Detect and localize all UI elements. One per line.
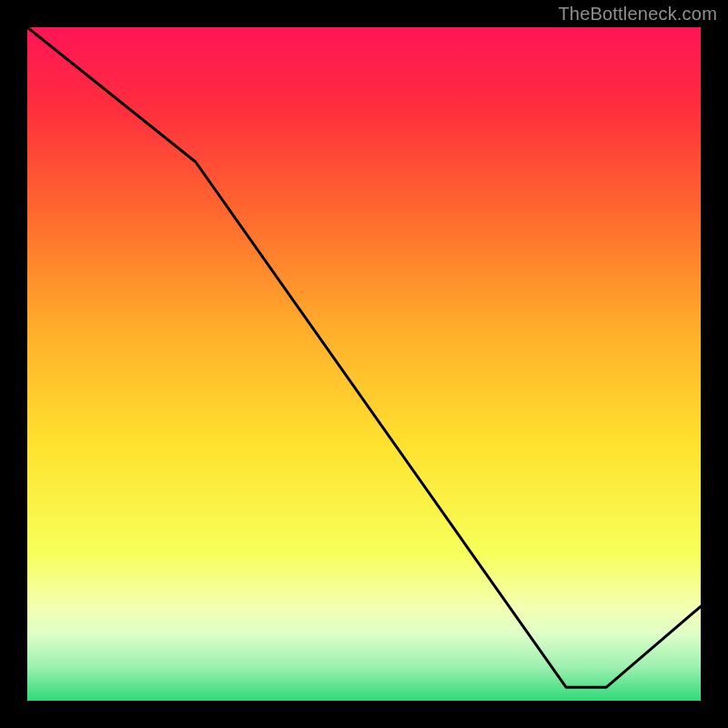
- chart-plot-area: [27, 27, 701, 701]
- chart-svg: [27, 27, 701, 701]
- chart-background: [27, 27, 701, 701]
- watermark-text: TheBottleneck.com: [558, 4, 717, 25]
